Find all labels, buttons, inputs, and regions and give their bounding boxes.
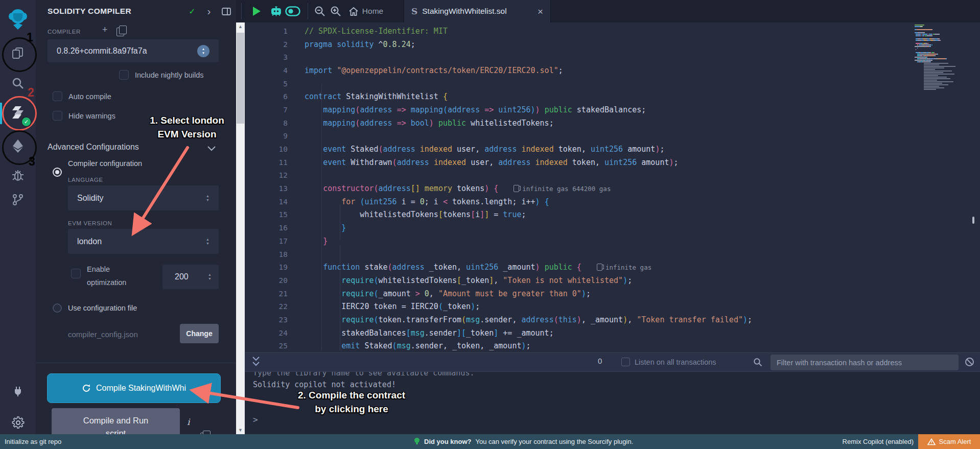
file-explorer-icon[interactable] bbox=[0, 41, 36, 65]
info-icon[interactable]: i bbox=[187, 417, 190, 427]
code-editor[interactable]: 1// SPDX-License-Identifier: MIT2pragma … bbox=[245, 22, 980, 352]
deploy-run-icon[interactable] bbox=[0, 134, 36, 158]
editor-scrollbar-thumb[interactable] bbox=[972, 217, 974, 224]
clear-filter-block-icon[interactable] bbox=[965, 357, 974, 369]
scroll-down-arrow-icon[interactable]: ▼ bbox=[236, 426, 245, 434]
solidity-compiler-icon[interactable] bbox=[0, 101, 36, 124]
copy-version-icon[interactable] bbox=[116, 28, 124, 36]
plugin-connector-icon[interactable] bbox=[0, 379, 36, 403]
code-line: 23 require(token.transferFrom(msg.sender… bbox=[245, 313, 980, 326]
listen-transactions-checkbox[interactable] bbox=[621, 358, 630, 366]
icon-rail bbox=[0, 0, 36, 449]
compiler-configuration-radio[interactable] bbox=[53, 168, 62, 177]
copilot-toggle-icon[interactable] bbox=[284, 0, 301, 22]
git-init-status[interactable]: Initialize as git repo bbox=[5, 438, 61, 445]
terminal-line: Type the library name to see available c… bbox=[253, 372, 474, 377]
compile-button[interactable]: Compile StakingWithWhi bbox=[47, 373, 221, 403]
tab-staking-with-whitelist[interactable]: S StakingWithWhitelist.sol × bbox=[404, 0, 551, 22]
code-line: 7 mapping(address => mapping(address => … bbox=[245, 103, 980, 116]
compiler-version-select[interactable]: 0.8.26+commit.8a97fa7a ▲▼ bbox=[48, 39, 219, 62]
home-tab[interactable]: Home bbox=[345, 0, 386, 22]
scam-alert-label: Scam Alert bbox=[939, 438, 971, 445]
select-stepper-icon: ▲▼ bbox=[206, 194, 209, 202]
code-line: 2pragma solidity ^0.8.24; bbox=[245, 38, 980, 51]
active-plugin-indicator bbox=[0, 103, 2, 124]
status-bar: Initialize as git repo Did you know? You… bbox=[0, 434, 980, 449]
debugger-icon[interactable] bbox=[0, 163, 36, 187]
compile-run-label-1: Compile and Run bbox=[83, 414, 149, 427]
listen-transactions-label: Listen on all transactions bbox=[635, 358, 716, 366]
select-stepper-icon: ▲▼ bbox=[208, 273, 212, 280]
panel-collapse-chevron-icon[interactable]: › bbox=[204, 0, 214, 22]
code-line: 15 whitelistedTokens[tokens[i]] = true; bbox=[245, 208, 980, 222]
compile-and-run-button[interactable]: Compile and Run script bbox=[52, 408, 180, 434]
scrollbar-thumb[interactable] bbox=[237, 33, 244, 124]
evm-version-select[interactable]: london ▲▼ bbox=[68, 229, 219, 254]
tip-text: You can verify your contract using the S… bbox=[475, 438, 633, 445]
remix-ai-robot-icon[interactable] bbox=[268, 0, 284, 22]
scroll-up-arrow-icon[interactable]: ▲ bbox=[236, 22, 245, 31]
editor-minimap[interactable] bbox=[915, 25, 968, 90]
code-line: 5 bbox=[245, 77, 980, 90]
home-label: Home bbox=[362, 7, 383, 16]
code-line: 1// SPDX-License-Identifier: MIT bbox=[245, 25, 980, 38]
hide-warnings-checkbox[interactable] bbox=[53, 111, 62, 121]
code-line: 19 function stake(address _token, uint25… bbox=[245, 261, 980, 274]
compiler-section-label: COMPILER bbox=[48, 29, 81, 35]
code-line: 6contract StakingWithWhitelist { bbox=[245, 90, 980, 103]
run-script-icon[interactable] bbox=[249, 0, 264, 22]
lightbulb-icon bbox=[414, 437, 420, 446]
zoom-out-icon[interactable] bbox=[313, 0, 327, 22]
include-nightly-label: Include nightly builds bbox=[135, 71, 204, 79]
chevron-down-icon[interactable] bbox=[207, 144, 216, 153]
terminal-prompt[interactable]: > bbox=[253, 415, 258, 424]
optimization-runs-value: 200 bbox=[175, 272, 189, 281]
tab-close-icon[interactable]: × bbox=[538, 7, 543, 16]
add-compiler-icon[interactable]: + bbox=[102, 25, 108, 35]
panel-divider bbox=[36, 363, 236, 363]
indent-guide bbox=[340, 204, 340, 240]
transaction-filter-input[interactable] bbox=[771, 355, 959, 370]
auto-compile-checkbox[interactable] bbox=[53, 91, 62, 101]
terminal-search-icon[interactable] bbox=[753, 358, 762, 369]
enable-optimization-checkbox[interactable] bbox=[71, 269, 81, 278]
terminal-output[interactable]: Type the library name to see available c… bbox=[245, 372, 980, 434]
compile-success-check-icon: ✓ bbox=[187, 0, 197, 22]
language-select[interactable]: Solidity ▲▼ bbox=[68, 185, 219, 210]
language-value: Solidity bbox=[77, 194, 104, 203]
copilot-status[interactable]: Remix Copilot (enabled) bbox=[843, 438, 914, 445]
auto-compile-label: Auto compile bbox=[68, 92, 111, 101]
optimization-runs-input[interactable]: 200 ▲▼ bbox=[162, 265, 219, 289]
advanced-configurations-header[interactable]: Advanced Configurations bbox=[48, 143, 139, 152]
tip-bold: Did you know? bbox=[424, 438, 471, 445]
gas-estimate-annotation: infinite gas bbox=[597, 264, 651, 271]
enable-optimization-label-2: optimization bbox=[87, 278, 126, 287]
config-file-name[interactable]: compiler_config.json bbox=[68, 330, 138, 339]
panel-scrollbar[interactable]: ▲ ▼ bbox=[236, 22, 245, 434]
search-icon[interactable] bbox=[0, 72, 36, 95]
use-configuration-file-radio[interactable] bbox=[53, 303, 62, 313]
use-configuration-file-label: Use configuration file bbox=[68, 304, 137, 312]
language-label: LANGUAGE bbox=[68, 177, 103, 183]
include-nightly-checkbox[interactable] bbox=[119, 70, 129, 80]
code-line: 21 require(_amount > 0, "Amount must be … bbox=[245, 287, 980, 300]
remix-ide-window: SOLIDITY COMPILER ✓ › Home S StakingWith… bbox=[0, 0, 980, 449]
compile-run-label-2: script bbox=[106, 427, 126, 434]
git-icon[interactable] bbox=[0, 188, 36, 211]
split-view-icon[interactable] bbox=[221, 0, 232, 22]
terminal-collapse-icon[interactable] bbox=[252, 356, 260, 369]
compiler-configuration-label: Compiler configuration bbox=[68, 159, 142, 168]
indent-guide bbox=[340, 245, 340, 350]
hide-warnings-label: Hide warnings bbox=[68, 112, 115, 120]
code-line: 20 require(whitelistedTokens[_token], "T… bbox=[245, 274, 980, 287]
code-line: 14 for (uint256 i = 0; i < tokens.length… bbox=[245, 195, 980, 208]
code-line: 17 } bbox=[245, 234, 980, 248]
toolbar-separator bbox=[241, 3, 242, 19]
zoom-in-icon[interactable] bbox=[329, 0, 343, 22]
settings-gear-icon[interactable] bbox=[0, 411, 36, 434]
code-line: 10 event Staked(address indexed user, ad… bbox=[245, 143, 980, 156]
code-line: 8 mapping(address => bool) public whitel… bbox=[245, 116, 980, 130]
change-config-button[interactable]: Change bbox=[180, 324, 219, 343]
scam-alert-button[interactable]: Scam Alert bbox=[918, 434, 980, 449]
remix-logo-icon[interactable] bbox=[0, 4, 36, 34]
